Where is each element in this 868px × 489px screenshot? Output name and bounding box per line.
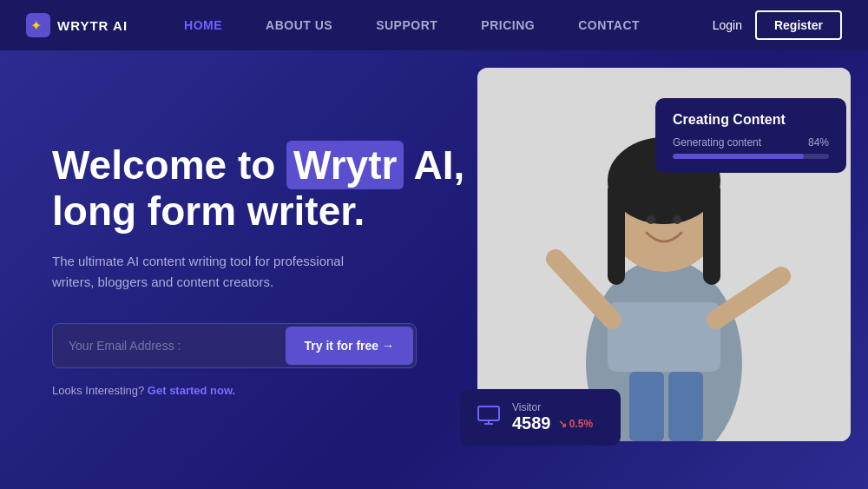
logo[interactable]: ✦ WRYTR AI xyxy=(26,13,128,37)
register-button[interactable]: Register xyxy=(755,10,842,40)
login-button[interactable]: Login xyxy=(713,18,742,32)
progress-bar-background xyxy=(673,154,829,159)
hero-left: Welcome to Wrytr AI, long form writer. T… xyxy=(52,142,469,398)
get-started-link[interactable]: Get started now. xyxy=(148,384,235,397)
svg-point-12 xyxy=(673,215,681,224)
svg-rect-15 xyxy=(478,406,499,420)
hero-title-brand: Wrytr xyxy=(286,141,404,189)
svg-rect-13 xyxy=(629,372,664,441)
svg-rect-14 xyxy=(668,372,703,441)
nav-support[interactable]: SUPPORT xyxy=(354,0,459,50)
svg-rect-6 xyxy=(608,181,625,285)
progress-text: Generating content xyxy=(673,136,761,149)
cta-small-label: Looks Interesting? xyxy=(52,384,148,397)
visitor-card: Visitor 4589 ↘ 0.5% xyxy=(460,389,621,446)
nav-pricing[interactable]: PRICING xyxy=(459,0,556,50)
visitor-change: ↘ 0.5% xyxy=(558,418,594,430)
hero-subtitle: The ultimate AI content writing tool for… xyxy=(52,251,382,293)
nav-home[interactable]: HOME xyxy=(162,0,244,50)
email-input[interactable] xyxy=(53,327,283,365)
visitor-label: Visitor xyxy=(512,401,593,413)
monitor-icon xyxy=(477,406,500,430)
hero-title-suffix: AI, xyxy=(404,142,464,188)
svg-text:✦: ✦ xyxy=(30,18,42,33)
svg-rect-8 xyxy=(608,302,720,372)
cta-small-text: Looks Interesting? Get started now. xyxy=(52,384,469,397)
navbar: ✦ WRYTR AI HOME ABOUT US SUPPORT PRICING… xyxy=(0,0,868,50)
logo-icon: ✦ xyxy=(26,13,50,37)
visitor-info: Visitor 4589 ↘ 0.5% xyxy=(512,401,593,433)
email-form: Try it for free → xyxy=(52,323,417,368)
progress-bar-fill xyxy=(673,154,804,159)
try-free-button[interactable]: Try it for free → xyxy=(286,327,413,365)
nav-links: HOME ABOUT US SUPPORT PRICING CONTACT xyxy=(162,0,713,50)
nav-right: Login Register xyxy=(713,10,842,40)
nav-about[interactable]: ABOUT US xyxy=(244,0,354,50)
hero-right: Creating Content Generating content 84% … xyxy=(451,50,868,489)
hero-title: Welcome to Wrytr AI, long form writer. xyxy=(52,142,469,235)
nav-contact[interactable]: CONTACT xyxy=(556,0,661,50)
hero-section: Welcome to Wrytr AI, long form writer. T… xyxy=(0,50,868,489)
brand-name: WRYTR AI xyxy=(57,18,128,33)
svg-rect-7 xyxy=(703,181,720,285)
progress-label-row: Generating content 84% xyxy=(673,136,829,149)
visitor-count: 4589 xyxy=(512,413,551,433)
hero-title-line2: long form writer. xyxy=(52,188,365,234)
progress-percent: 84% xyxy=(808,136,829,149)
creating-content-card: Creating Content Generating content 84% xyxy=(655,98,846,173)
hero-title-prefix: Welcome to xyxy=(52,142,286,188)
svg-point-11 xyxy=(647,215,655,224)
content-card-title: Creating Content xyxy=(673,112,829,128)
